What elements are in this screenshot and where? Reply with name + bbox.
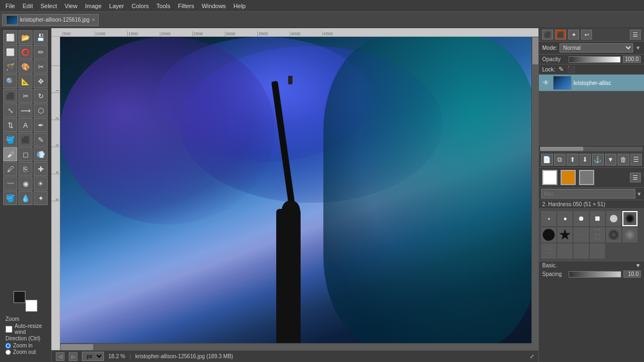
tool-shear[interactable]: ⟿ [18, 103, 32, 117]
canvas-scroll[interactable] [60, 37, 538, 350]
brush-panel-menu[interactable]: ☰ [630, 173, 641, 182]
vertical-scrollbar[interactable] [531, 37, 538, 343]
tool-path[interactable]: ✒ [34, 118, 48, 132]
document-tab[interactable]: kristopher-allison-125616.jpg × [2, 14, 99, 26]
brush-soft-circle2[interactable] [622, 227, 638, 242]
brush-scatter5[interactable]: · ·· · ·· · [574, 243, 589, 259]
tool-heal[interactable]: ✚ [34, 162, 48, 176]
panel-icon-layers[interactable]: ⬛ [542, 30, 553, 40]
tool-paintbucket[interactable]: 🪣 [3, 133, 17, 147]
foreground-color-swatch[interactable] [14, 291, 25, 303]
tool-bucket2[interactable]: 🪣 [3, 191, 17, 205]
brush-scatter1[interactable]: · · ·· · · ·· · · [574, 227, 589, 242]
layer-item[interactable]: 👁 kristopher-allisc [539, 75, 644, 91]
tool-free-select[interactable]: ✏ [34, 45, 48, 59]
tool-save[interactable]: 💾 [34, 30, 48, 44]
menu-colors[interactable]: Colors [128, 2, 152, 10]
canvas-resize-icon[interactable]: ⤢ [530, 353, 534, 359]
brush-star[interactable] [557, 227, 573, 242]
zoom-out-option[interactable]: Zoom out [5, 349, 45, 355]
menu-select[interactable]: Select [37, 2, 61, 10]
unit-selector[interactable]: px [82, 352, 104, 361]
tool-paintbrush[interactable]: 🖌 [3, 147, 17, 161]
lock-position-icon[interactable]: ⬛ [567, 65, 575, 73]
tool-ellipse-select[interactable]: ⭕ [18, 45, 32, 59]
horizontal-scrollbar[interactable] [60, 343, 531, 350]
tool-color-picker[interactable]: 💧 [18, 191, 32, 205]
tool-move[interactable]: ✥ [34, 74, 48, 88]
zoom-in-option[interactable]: Zoom in [5, 343, 45, 348]
tab-close-button[interactable]: × [92, 17, 95, 23]
tool-new[interactable]: ⬜ [3, 30, 17, 44]
tool-perspective[interactable]: ⬡ [34, 103, 48, 117]
brush-large-circle[interactable] [541, 227, 556, 242]
brush-dot-small[interactable] [541, 211, 556, 226]
layer-scrollbar-track[interactable] [540, 147, 643, 151]
layer-menu-button[interactable]: ☰ [630, 154, 642, 166]
tool-rect-select[interactable]: ⬜ [3, 45, 17, 59]
brush-scatter4[interactable]: ⁺ ⁺ ⁺⁺ ⁺ ⁺⁺ ⁺ ⁺ [557, 243, 573, 259]
brush-soft-circle[interactable] [606, 227, 621, 242]
panel-icon-undo[interactable]: ↩ [581, 30, 592, 40]
tool-smudge[interactable]: 〰 [3, 176, 17, 190]
tool-extra[interactable]: ✦ [34, 191, 48, 205]
brush-hardness-050-selected[interactable] [622, 211, 638, 226]
menu-image[interactable]: Image [82, 2, 105, 10]
zoom-auto-resize-checkbox[interactable] [5, 326, 12, 333]
brush-scatter6[interactable]: ⊹⊹⊹⊹⊹⊹⊹⊹⊹ [590, 243, 605, 259]
brush-swatch-orange[interactable] [561, 170, 576, 185]
menu-tools[interactable]: Tools [153, 2, 174, 10]
tool-fuzzy-select[interactable]: 🪄 [3, 60, 17, 74]
spacing-slider[interactable] [569, 271, 621, 278]
mode-selector[interactable]: Normal [560, 43, 633, 52]
brush-filter-input[interactable] [541, 189, 635, 199]
tool-scissors[interactable]: ✂ [34, 60, 48, 74]
brush-dot-medium[interactable] [606, 211, 621, 226]
tool-color-select[interactable]: 🎨 [18, 60, 32, 74]
panel-icon-channels[interactable]: ⬛ [555, 30, 566, 40]
tool-blend[interactable]: ⬛ [18, 133, 32, 147]
canvas-nav-next[interactable]: ▷ [69, 352, 77, 361]
layer-merge-button[interactable]: ▼ [605, 154, 617, 166]
brush-category-chevron-icon[interactable]: ▼ [635, 262, 641, 268]
lock-paint-icon[interactable]: ✎ [558, 65, 564, 73]
menu-windows[interactable]: Windows [198, 2, 229, 10]
zoom-in-radio[interactable] [5, 343, 11, 348]
opacity-slider[interactable] [569, 56, 621, 63]
canvas-nav-prev[interactable]: ◁ [56, 352, 64, 361]
tool-dodge[interactable]: ☀ [34, 176, 48, 190]
layer-move-up-button[interactable]: ⬆ [567, 154, 578, 166]
tool-align[interactable]: ⬛ [3, 89, 17, 103]
tool-pencil[interactable]: ✎ [34, 133, 48, 147]
menu-layer[interactable]: Layer [106, 2, 128, 10]
zoom-out-radio[interactable] [5, 350, 11, 355]
tool-text[interactable]: A [18, 118, 32, 132]
tool-eraser[interactable]: ◻ [18, 147, 32, 161]
brush-dot-small3[interactable] [574, 211, 589, 226]
tool-scale[interactable]: ⤡ [3, 103, 17, 117]
layer-delete-button[interactable]: 🗑 [617, 154, 629, 166]
menu-help[interactable]: Help [230, 2, 249, 10]
horizontal-scrollbar-thumb[interactable] [61, 344, 93, 350]
tool-airbrush[interactable]: 💨 [34, 147, 48, 161]
tool-flip[interactable]: ⇅ [3, 118, 17, 132]
brush-swatch-white[interactable] [542, 170, 557, 185]
brush-scatter2[interactable]: +·+·+·++·+ [590, 227, 605, 242]
layer-scrollbar-thumb[interactable] [540, 147, 583, 151]
layer-duplicate-button[interactable]: ⧉ [554, 154, 566, 166]
brush-swatch-gray[interactable] [579, 170, 594, 185]
background-color-swatch[interactable] [25, 300, 37, 312]
tool-rotate[interactable]: ↻ [34, 89, 48, 103]
brush-scatter3[interactable]: ✦✦✦✦✦✦ [541, 243, 556, 259]
layer-move-down-button[interactable]: ⬇ [580, 154, 591, 166]
layer-new-button[interactable]: 📄 [541, 154, 553, 166]
tool-zoom[interactable]: 🔍 [3, 74, 17, 88]
vertical-scrollbar-thumb[interactable] [532, 37, 538, 64]
tool-crop[interactable]: ✂ [18, 89, 32, 103]
menu-filters[interactable]: Filters [175, 2, 198, 10]
tool-open[interactable]: 📂 [18, 30, 32, 44]
menu-edit[interactable]: Edit [19, 2, 36, 10]
layer-anchor-button[interactable]: ⚓ [592, 154, 604, 166]
tool-clone[interactable]: ⎘ [18, 162, 32, 176]
tool-measure[interactable]: 📐 [18, 74, 32, 88]
